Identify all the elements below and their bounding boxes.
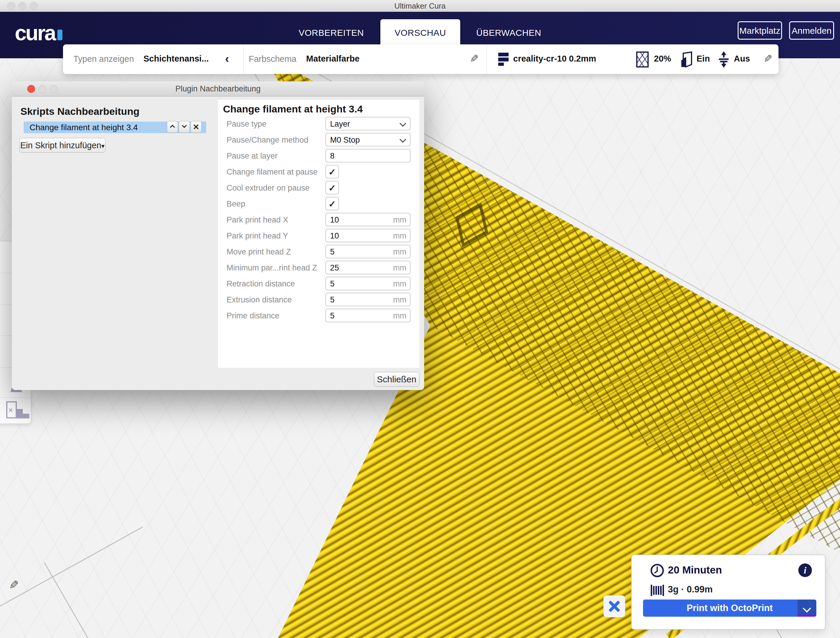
dialog-title: Plugin Nachbearbeitung [12, 84, 424, 93]
tab-vorbereiten[interactable]: VORBEREITEN [296, 19, 367, 46]
setting-row: Cool extruder on pause✓ [218, 181, 419, 195]
setting-unit: mm [393, 231, 406, 241]
setting-label: Pause/Change method [227, 136, 308, 145]
add-script-dropdown[interactable]: Ein Skript hinzufügen▾ [19, 138, 106, 153]
setting-row: Pause typeLayer [218, 117, 419, 130]
setting-value: 10 [330, 215, 339, 224]
close-dialog-button[interactable]: Schließen [374, 372, 419, 387]
setting-dropdown[interactable]: Layer [325, 117, 411, 130]
dropdown-chevron-icon [399, 120, 406, 127]
clock-icon [650, 564, 664, 578]
setting-row: Prime distance5mm [218, 309, 419, 322]
setting-input[interactable]: 10mm [325, 213, 411, 226]
setting-checkbox[interactable]: ✓ [325, 197, 339, 211]
print-time-estimate: 20 Minuten [668, 564, 722, 576]
setting-label: Prime distance [227, 311, 279, 320]
dialog-titlebar[interactable]: Plugin Nachbearbeitung [12, 81, 424, 97]
printer-icon [498, 53, 510, 66]
view-type-dropdown[interactable]: Schichtenansi... [144, 54, 209, 63]
tab-ueberwachen[interactable]: ÜBERWACHEN [473, 19, 544, 46]
infill-value[interactable]: 20% [654, 54, 671, 63]
printer-profile[interactable]: creality-cr-10 0.2mm [513, 54, 596, 63]
setting-row: Extrusion distance5mm [218, 293, 419, 306]
setting-row: Beep✓ [218, 197, 419, 211]
setting-label: Move print head Z [227, 247, 291, 256]
adhesion-value[interactable]: Aus [734, 54, 750, 63]
rename-model-pencil-icon[interactable]: ✎ [9, 578, 19, 592]
setting-label: Park print head Y [227, 231, 288, 241]
print-options-chevron[interactable] [797, 600, 816, 617]
toolbar-divider [486, 44, 487, 74]
dropdown-chevron-icon [399, 136, 406, 143]
remove-script-button[interactable]: ✕ [191, 121, 202, 133]
setting-label: Change filament at pause [227, 168, 318, 177]
edit-print-settings-pencil-icon[interactable]: ✎ [763, 53, 772, 65]
signin-button[interactable]: Anmelden [789, 21, 834, 40]
setting-input[interactable]: 5mm [325, 277, 411, 290]
cura-app-window: × Ultimaker Cura cura VORBEREITEN VORSCH… [0, 0, 840, 638]
setting-label: Extrusion distance [227, 295, 292, 304]
setting-label: Cool extruder on pause [227, 184, 309, 193]
setting-input[interactable]: 5mm [325, 309, 411, 322]
move-script-down-button[interactable] [178, 121, 190, 133]
setting-label: Pause type [227, 120, 267, 129]
cura-logo: cura [15, 21, 62, 45]
tool-support-blocker[interactable]: × [0, 397, 31, 424]
setting-label: Park print head X [227, 215, 288, 225]
setting-value: Layer [330, 120, 350, 128]
color-scheme-label: Farbschema [249, 54, 296, 64]
stage-toolbar: Typen anzeigen Schichtenansi... ‹ Farbsc… [63, 44, 778, 74]
tab-vorschau[interactable]: VORSCHAU [381, 19, 460, 46]
setting-input[interactable]: 5mm [325, 293, 411, 306]
print-with-octoprint-button[interactable]: Print with OctoPrint [643, 600, 816, 617]
monitor-tools-button[interactable] [603, 595, 625, 617]
support-icon [680, 52, 693, 68]
setting-unit: mm [393, 263, 406, 272]
print-summary-card: 20 Minuten i 3g · 0.99m Print with OctoP… [631, 554, 826, 630]
adhesion-icon [717, 51, 730, 68]
setting-value: 5 [330, 279, 335, 288]
print-button-accent [797, 614, 816, 617]
setting-value: 10 [330, 231, 339, 240]
collapse-chevron-icon[interactable]: ‹ [225, 52, 229, 65]
dropdown-arrow-icon: ▾ [101, 142, 105, 150]
print-button-label: Print with OctoPrint [687, 603, 772, 613]
setting-unit: mm [393, 295, 406, 304]
grid-major-line [0, 527, 143, 616]
setting-value: 5 [330, 295, 335, 304]
settings-heading: Change filament at height 3.4 [223, 103, 363, 115]
setting-row: Pause at layer8 [218, 149, 419, 163]
setting-input[interactable]: 8 [325, 149, 411, 163]
setting-unit: mm [393, 311, 406, 320]
setting-label: Beep [227, 199, 245, 209]
setting-unit: mm [393, 215, 406, 225]
setting-label: Minimum par...rint head Z [227, 263, 317, 272]
setting-dropdown[interactable]: M0 Stop [325, 133, 411, 146]
move-script-up-button[interactable] [167, 121, 178, 133]
setting-unit: mm [393, 279, 406, 288]
scripts-heading: Skripts Nachbearbeitung [21, 106, 139, 117]
setting-value: M0 Stop [330, 136, 360, 144]
setting-row: Change filament at pause✓ [218, 165, 419, 179]
setting-row: Retraction distance5mm [218, 277, 419, 290]
cura-logo-dot-icon [57, 30, 62, 40]
setting-value: 5 [330, 311, 335, 320]
setting-value: 25 [330, 263, 339, 272]
info-icon[interactable]: i [798, 564, 812, 577]
setting-input[interactable]: 5mm [325, 245, 411, 258]
color-scheme-dropdown[interactable]: Materialfarbe [306, 54, 360, 63]
setting-input[interactable]: 10mm [325, 229, 411, 242]
edit-scheme-pencil-icon[interactable]: ✎ [470, 53, 478, 65]
toolbar-divider [243, 44, 244, 74]
infill-icon [636, 52, 649, 68]
support-value[interactable]: Ein [696, 54, 710, 63]
setting-row: Park print head Y10mm [218, 229, 419, 242]
window-title: Ultimaker Cura [0, 2, 840, 11]
setting-row: Move print head Z5mm [218, 245, 419, 258]
setting-checkbox[interactable]: ✓ [325, 181, 339, 195]
window-titlebar: Ultimaker Cura [0, 0, 840, 12]
setting-input[interactable]: 25mm [325, 261, 411, 274]
marketplace-button[interactable]: Marktplatz [738, 21, 782, 40]
setting-checkbox[interactable]: ✓ [325, 165, 339, 179]
setting-row: Minimum par...rint head Z25mm [218, 261, 419, 274]
